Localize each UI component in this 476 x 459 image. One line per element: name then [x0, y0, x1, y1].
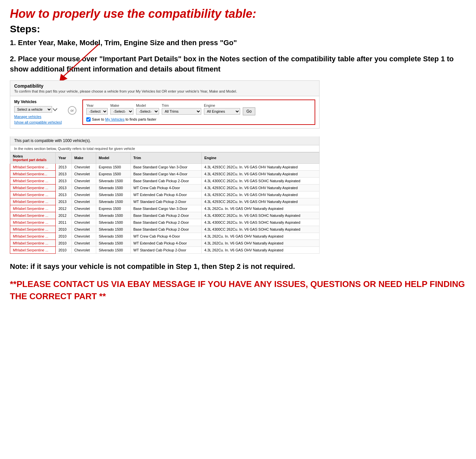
chevron-down-icon [53, 106, 57, 111]
table-row: Mfrlabel:Serpentine ...2013ChevroletSilv… [10, 177, 320, 184]
make-cell: Chevrolet [71, 219, 96, 226]
save-checkbox[interactable] [86, 117, 91, 122]
make-cell: Chevrolet [71, 191, 96, 198]
show-all-compatible-link[interactable]: [show all compatible vehicles] [14, 120, 62, 124]
model-cell: Silverado 1500 [96, 184, 130, 191]
compatibility-table: Notes Important part details Year Make M… [10, 152, 320, 254]
compatibility-widget: Compatibility To confirm that this part … [10, 80, 320, 129]
notes-cell: Mfrlabel:Serpentine ... [10, 177, 56, 184]
year-cell: 2013 [56, 170, 71, 177]
year-cell: 2011 [56, 219, 71, 226]
qty-note: In the notes section below, Quantity ref… [10, 145, 320, 152]
notes-cell: Mfrlabel:Serpentine ... [10, 240, 56, 246]
year-cell: 2013 [56, 177, 71, 184]
compatibility-section: Compatibility To confirm that this part … [10, 80, 466, 254]
trim-cell: Base Standard Cargo Van 3-Door [130, 163, 202, 170]
make-cell: Chevrolet [71, 177, 96, 184]
year-cell: 2013 [56, 191, 71, 198]
model-cell: Silverado 1500 [96, 212, 130, 219]
model-label: Model [136, 103, 159, 107]
table-row: Mfrlabel:Serpentine ...2010ChevroletSilv… [10, 246, 320, 253]
trim-cell: WT Extended Cab Pickup 4-Door [130, 240, 202, 246]
make-cell: Chevrolet [71, 170, 96, 177]
engine-cell: 4.3L 262Cu. In. V6 GAS OHV Naturally Asp… [202, 246, 320, 253]
trim-cell: Base Standard Cab Pickup 2-Door [130, 212, 202, 219]
vehicle-select-wrapper: Select a vehicle [14, 106, 62, 113]
engine-cell: 4.3L 4293CC 262Cu. In. V6 GAS OHV Natura… [202, 184, 320, 191]
my-vehicles-link[interactable]: My Vehicles [105, 117, 125, 121]
year-cell: 2010 [56, 233, 71, 240]
year-field: Year -Select- [86, 103, 108, 115]
make-label: Make [110, 103, 133, 107]
model-cell: Silverado 1500 [96, 246, 130, 253]
trim-cell: Base Standard Cab Pickup 2-Door [130, 177, 202, 184]
model-select[interactable]: -Select- [136, 108, 159, 115]
model-header: Model [96, 152, 130, 163]
trim-cell: WT Crew Cab Pickup 4-Door [130, 233, 202, 240]
engine-label: Engine [204, 103, 240, 107]
engine-cell: 4.3L 4293CC 262Cu. In. V6 GAS OHV Natura… [202, 191, 320, 198]
model-cell: Express 1500 [96, 205, 130, 212]
notes-header: Notes Important part details [10, 152, 56, 163]
trim-label: Trim [162, 103, 201, 107]
compat-subtitle: To confirm that this part fits your vehi… [14, 89, 315, 93]
year-cell: 2013 [56, 198, 71, 205]
notes-cell: Mfrlabel:Serpentine ... [10, 184, 56, 191]
save-text: Save to My Vehicles to finds parts faste… [92, 117, 156, 121]
engine-cell: 4.3L 4293CC 262Cu. In. V6 GAS OHV Natura… [202, 163, 320, 170]
table-row: Mfrlabel:Serpentine ...2013ChevroletExpr… [10, 163, 320, 170]
engine-cell: 4.3L 262Cu. In. V6 GAS OHV Naturally Asp… [202, 205, 320, 212]
table-row: Mfrlabel:Serpentine ...2010ChevroletSilv… [10, 240, 320, 246]
notes-cell: Mfrlabel:Serpentine ... [10, 226, 56, 233]
compat-header: Compatibility To confirm that this part … [10, 81, 319, 96]
trim-cell: Base Standard Cab Pickup 2-Door [130, 226, 202, 233]
manage-vehicles-link[interactable]: Manage vehicles [14, 115, 62, 119]
engine-cell: 4.3L 262Cu. In. V6 GAS OHV Naturally Asp… [202, 233, 320, 240]
trim-cell: Base Standard Cargo Van 3-Door [130, 205, 202, 212]
or-divider: or [68, 106, 76, 115]
table-row: Mfrlabel:Serpentine ...2012ChevroletExpr… [10, 205, 320, 212]
model-cell: Silverado 1500 [96, 191, 130, 198]
my-vehicles-panel: My Vehicles Select a vehicle Manage vehi… [14, 100, 62, 125]
model-field: Model -Select- [136, 103, 159, 115]
compatible-count-bar: This part is compatible with 1000 vehicl… [10, 136, 320, 145]
table-row: Mfrlabel:Serpentine ...2010ChevroletSilv… [10, 226, 320, 233]
compat-title: Compatibility [14, 83, 315, 89]
trim-select[interactable]: All Trims [162, 108, 201, 115]
engine-cell: 4.3L 4293CC 262Cu. In. V6 GAS OHV Natura… [202, 170, 320, 177]
engine-cell: 4.3L 4293CC 262Cu. In. V6 GAS OHV Natura… [202, 198, 320, 205]
model-cell: Silverado 1500 [96, 226, 130, 233]
make-cell: Chevrolet [71, 226, 96, 233]
model-cell: Silverado 1500 [96, 219, 130, 226]
table-row: Mfrlabel:Serpentine ...2013ChevroletSilv… [10, 191, 320, 198]
make-cell: Chevrolet [71, 198, 96, 205]
compat-body: My Vehicles Select a vehicle Manage vehi… [10, 96, 319, 128]
model-cell: Silverado 1500 [96, 233, 130, 240]
trim-cell: WT Standard Cab Pickup 2-Door [130, 198, 202, 205]
table-row: Mfrlabel:Serpentine ...2010ChevroletSilv… [10, 233, 320, 240]
main-title: How to properly use the compatibility ta… [10, 7, 466, 21]
model-cell: Express 1500 [96, 170, 130, 177]
make-cell: Chevrolet [71, 212, 96, 219]
go-button[interactable]: Go [243, 107, 255, 115]
engine-field: Engine All Engines [204, 103, 240, 115]
vehicle-select-dropdown[interactable]: Select a vehicle [14, 106, 52, 113]
make-select[interactable]: -Select- [110, 108, 133, 115]
step2-text: 2. Place your mouse over "Important Part… [10, 54, 466, 74]
make-field: Make -Select- [110, 103, 133, 115]
notes-cell: Mfrlabel:Serpentine ... [10, 219, 56, 226]
step1-text: 1. Enter Year, Make, Model, Trim, Engine… [10, 38, 466, 48]
note-text: Note: if it says your vehicle is not com… [10, 262, 466, 272]
trim-header: Trim [130, 152, 202, 163]
make-cell: Chevrolet [71, 163, 96, 170]
engine-cell: 4.3L 4300CC 262Cu. In. V6 GAS SOHC Natur… [202, 226, 320, 233]
trim-cell: Base Standard Cab Pickup 2-Door [130, 219, 202, 226]
trim-field: Trim All Trims [162, 103, 201, 115]
year-select[interactable]: -Select- [86, 108, 108, 115]
notes-cell: Mfrlabel:Serpentine ... [10, 246, 56, 253]
model-cell: Silverado 1500 [96, 177, 130, 184]
year-cell: 2010 [56, 246, 71, 253]
engine-header: Engine [202, 152, 320, 163]
notes-header-text: Notes [13, 154, 53, 158]
engine-select[interactable]: All Engines [204, 108, 240, 115]
